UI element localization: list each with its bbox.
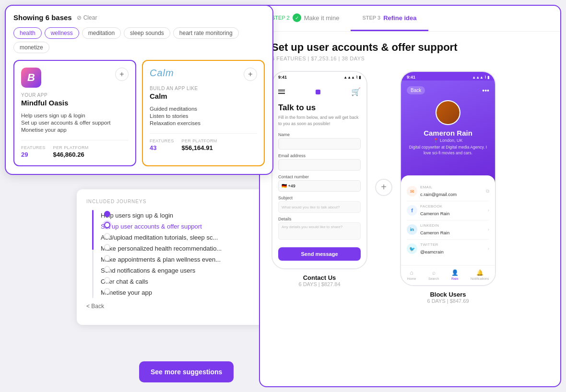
back-button[interactable]: < Back: [86, 303, 104, 310]
contact-left: ✉ EMAIL c.rain@gmail.com: [407, 185, 457, 198]
details-input[interactable]: Any details you would like to share?: [278, 222, 361, 240]
feature-title: Set up user accounts & offer support: [271, 41, 549, 54]
tags-row: health wellness meditation sleep sounds …: [13, 27, 265, 53]
journey-item[interactable]: Make personalized health recommendatio..…: [101, 243, 273, 254]
tag-monetize[interactable]: monetize: [13, 42, 49, 53]
li-arrow[interactable]: ›: [488, 227, 489, 232]
add-screen-button[interactable]: +: [375, 179, 392, 196]
your-app-card[interactable]: B + YOUR APP Mindful Oasis Help users si…: [13, 60, 136, 166]
contact-subtext: Fill in the form below, and we will get …: [278, 115, 361, 127]
clear-button[interactable]: ⊘ Clear: [77, 14, 97, 21]
suggestions-button[interactable]: See more suggestions: [139, 361, 234, 382]
journey-item[interactable]: Monetise your app: [101, 287, 273, 298]
fb-arrow[interactable]: ›: [488, 208, 489, 213]
tag-health[interactable]: health: [13, 27, 42, 39]
time-display: 9:41: [278, 75, 287, 80]
tag-wellness[interactable]: wellness: [45, 27, 79, 39]
profile-location: 📍 London, UK: [407, 138, 489, 143]
nav-home[interactable]: ⌂ Home: [407, 269, 416, 280]
profile-name: Cameron Rain: [407, 129, 489, 137]
add-button-card1[interactable]: +: [115, 68, 129, 81]
profile-top-bar: Back •••: [407, 86, 489, 94]
name-input[interactable]: [278, 138, 361, 150]
search-icon: ⌕: [432, 269, 436, 276]
feature-item: Set up user accounts & offer support: [21, 119, 129, 126]
twitter-icon: 🐦: [409, 246, 415, 252]
journey-dot: [104, 288, 110, 294]
profile-screen-title: Block Users: [402, 291, 494, 298]
subject-input[interactable]: What would you like to talk about?: [278, 201, 361, 213]
nav-search[interactable]: ⌕ Search: [428, 269, 439, 280]
journey-dot: [104, 266, 110, 272]
copy-icon[interactable]: ⧉: [486, 188, 489, 194]
phone-label: Contact number: [278, 174, 361, 179]
contact-screen-wrapper: 9:41 ▲▲▲ ⌇ ▮: [271, 71, 367, 287]
calm-app-card[interactable]: Calm + BUILD AN APP LIKE Calm Guided med…: [142, 60, 265, 166]
journey-text: Set up user accounts & offer support: [101, 223, 202, 230]
dots-menu-icon[interactable]: •••: [482, 87, 489, 94]
phone-input[interactable]: 🇩🇪 +49: [278, 180, 361, 192]
cards-row: B + YOUR APP Mindful Oasis Help users si…: [13, 60, 265, 166]
step-check-icon: ✓: [293, 13, 301, 22]
subject-label: Subject: [278, 196, 361, 200]
fb-type: FACEBOOK: [420, 204, 449, 208]
search-label: Search: [428, 277, 439, 280]
step-3-tab[interactable]: STEP 3 Refine idea: [351, 6, 428, 31]
price-value-2: $56,164.91: [182, 144, 213, 151]
tw-info: TWITTER @eamcrain: [420, 242, 444, 255]
step-2-tab[interactable]: STEP 2 ✓ Make it mine: [260, 6, 351, 31]
features-label: FEATURES: [21, 145, 46, 150]
send-message-button[interactable]: Send message: [278, 247, 361, 261]
tag-meditation[interactable]: meditation: [82, 27, 121, 39]
phone-status-bar: 9:41 ▲▲▲ ⌇ ▮: [272, 72, 366, 81]
journey-item[interactable]: Help users sign up & login: [101, 210, 273, 221]
phone-content: 🛒 Talk to us Fill in the form below, and…: [272, 81, 366, 268]
tag-heart-rate[interactable]: heart rate monitoring: [173, 27, 239, 39]
contact-screen-label: Contact Us 6 DAYS | $827.84: [271, 274, 367, 287]
journeys-panel: INCLUDED JOURNEYS Help users sign up & l…: [77, 189, 283, 325]
journey-text: Make personalized health recommendatio..…: [101, 245, 222, 252]
contact-screen-title: Contact Us: [273, 274, 366, 281]
nav-profile[interactable]: 👤 Rain: [451, 269, 459, 280]
bases-title: Showing 6 bases: [13, 13, 72, 22]
profile-hero: Back ••• Cameron Rain 📍 London, UK Digit…: [401, 81, 495, 185]
tw-arrow[interactable]: ›: [488, 246, 489, 251]
profile-details: ✉ EMAIL c.rain@gmail.com ⧉: [401, 175, 495, 265]
back-link[interactable]: Back: [407, 86, 425, 94]
wifi-icon: ⌇: [484, 75, 486, 80]
card-subtitle-1: YOUR APP: [21, 92, 129, 98]
home-label: Home: [407, 277, 416, 280]
progress-bar: [92, 210, 94, 298]
app-icon: B: [21, 68, 41, 88]
nav-icons: 🛒: [278, 84, 361, 99]
profile-screen-meta: 6 DAYS | $847.69: [402, 298, 494, 304]
details-label: Details: [278, 217, 361, 221]
journey-item[interactable]: Make appointments & plan wellness even..…: [101, 254, 273, 265]
nav-notifications[interactable]: 🔔 Notifications: [471, 269, 489, 280]
card-title-1: Mindful Oasis: [21, 99, 129, 107]
contact-row-linkedin: in LINKEDIN Cameron Rain ›: [407, 220, 489, 240]
journey-item[interactable]: Add/upload meditation tutorials, sleep s…: [101, 232, 273, 243]
journey-item[interactable]: Send notifications & engage users: [101, 265, 273, 276]
journey-item[interactable]: Offer chat & calls: [101, 276, 273, 287]
email-input[interactable]: [278, 159, 361, 171]
journey-list: Help users sign up & login Set up user a…: [101, 210, 273, 298]
clear-icon: ⊘: [77, 14, 82, 21]
features-value: 29: [21, 151, 28, 158]
journey-item-active[interactable]: Set up user accounts & offer support: [101, 221, 273, 232]
tag-sleep[interactable]: sleep sounds: [124, 27, 170, 39]
email-field: Email address: [278, 153, 361, 171]
email-info: EMAIL c.rain@gmail.com: [420, 185, 457, 198]
features-label-2: FEATURES: [150, 138, 174, 143]
step3-label: Refine idea: [383, 14, 416, 22]
features-stat: FEATURES 29: [21, 145, 46, 159]
journeys-with-bar: Help users sign up & login Set up user a…: [86, 210, 273, 298]
price-stat-2: PER PLATFORM $56,164.91: [182, 138, 217, 152]
bell-icon: 🔔: [476, 269, 483, 276]
add-button-card2[interactable]: +: [244, 68, 257, 81]
bases-panel: Showing 6 bases ⊘ Clear health wellness …: [5, 5, 273, 175]
price-label-2: PER PLATFORM: [182, 138, 217, 143]
home-icon: ⌂: [410, 269, 413, 276]
price-value: $46,860.26: [53, 151, 84, 158]
battery-icon: ▮: [487, 75, 489, 80]
